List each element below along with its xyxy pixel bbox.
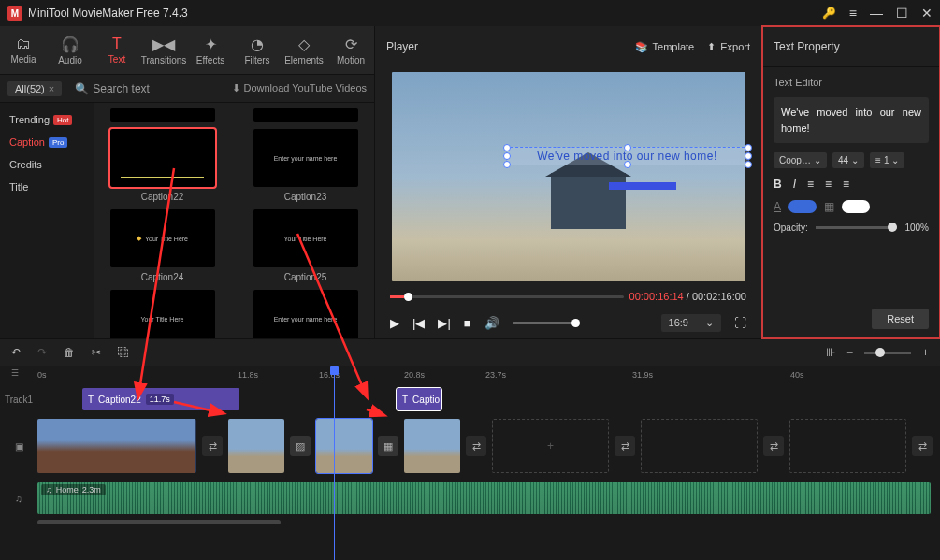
add-clip-placeholder[interactable]: + — [492, 419, 609, 473]
motion-icon: ⟳ — [345, 36, 357, 53]
key-icon[interactable]: 🔑 — [822, 7, 836, 20]
delete-button[interactable]: 🗑 — [64, 346, 75, 359]
zoom-in-button[interactable]: + — [922, 346, 929, 359]
menu-icon[interactable]: ≡ — [849, 6, 857, 21]
text-color-swatch[interactable] — [788, 200, 817, 213]
aspect-ratio-select[interactable]: 16:9⌄ — [661, 314, 721, 332]
caption-thumb-caption22[interactable] — [110, 129, 215, 187]
text-editor-input[interactable]: We've moved into our new home! — [774, 97, 929, 143]
undo-button[interactable]: ↶ — [11, 346, 21, 359]
library-count-chip[interactable]: All(52)× — [7, 81, 62, 96]
crop-button[interactable]: ⿻ — [118, 346, 129, 359]
ruler-tick: 11.8s — [238, 370, 258, 380]
sidebar-item-title[interactable]: Title — [0, 176, 94, 198]
text-property-title: Text Property — [762, 26, 940, 67]
caption-thumb-caption1[interactable]: Your Title Here — [110, 290, 215, 338]
line-height-icon: ≡ — [875, 155, 881, 165]
italic-button[interactable]: I — [793, 178, 796, 191]
opacity-slider[interactable] — [816, 226, 898, 229]
caption-thumb-caption25[interactable]: Your Title Here — [253, 209, 358, 267]
zoom-out-button[interactable]: − — [846, 346, 853, 359]
caption-thumb-caption2[interactable]: Enter your name here — [253, 290, 358, 338]
prev-frame-button[interactable]: |◀ — [412, 316, 425, 330]
play-button[interactable]: ▶ — [390, 316, 399, 330]
reset-button[interactable]: Reset — [872, 309, 929, 329]
video-clip[interactable] — [316, 419, 372, 473]
video-track-icon: ▣ — [0, 441, 37, 452]
caption-thumb-caption21[interactable] — [253, 108, 358, 122]
tab-transitions[interactable]: ▶◀Transitions — [140, 26, 187, 74]
font-size-select[interactable]: 44 ⌄ — [832, 152, 864, 168]
text-clip[interactable]: TCaptio — [397, 388, 441, 410]
opacity-value: 100% — [904, 223, 929, 233]
transition-slot[interactable]: ⇄ — [202, 436, 223, 456]
ruler-icon: ☰ — [11, 368, 19, 378]
bg-color-icon: ▦ — [824, 200, 834, 213]
tab-audio[interactable]: 🎧Audio — [47, 26, 94, 74]
video-clip[interactable] — [228, 419, 284, 473]
sidebar-item-credits[interactable]: Credits — [0, 153, 94, 176]
add-clip-placeholder[interactable] — [789, 419, 906, 473]
filters-icon: ◔ — [251, 36, 264, 53]
volume-slider[interactable] — [513, 322, 580, 324]
search-input[interactable]: 🔍 Search text — [75, 82, 232, 95]
ruler-tick: 40s — [790, 370, 804, 380]
ruler-tick: 0s — [37, 370, 47, 380]
transition-slot[interactable]: ⇄ — [615, 436, 635, 456]
align-center-button[interactable]: ≡ — [825, 178, 832, 191]
search-icon: 🔍 — [75, 82, 89, 95]
add-clip-placeholder[interactable] — [641, 419, 758, 473]
redo-button[interactable]: ↷ — [37, 346, 47, 359]
timeline-settings-icon[interactable]: ⊪ — [826, 346, 835, 359]
ruler-tick: 23.7s — [485, 370, 506, 380]
fullscreen-button[interactable]: ⛶ — [734, 316, 746, 330]
transition-slot[interactable]: ⇄ — [763, 436, 784, 456]
font-family-select[interactable]: Coop… ⌄ — [774, 152, 827, 168]
template-button[interactable]: 📚Template — [635, 41, 695, 53]
video-clip[interactable] — [37, 419, 196, 473]
chevron-down-icon: ⌄ — [705, 317, 714, 329]
media-icon: 🗂 — [16, 36, 31, 52]
split-button[interactable]: ✂ — [92, 346, 101, 359]
transition-slot[interactable]: ⇄ — [912, 436, 933, 456]
seek-slider[interactable] — [390, 295, 624, 298]
close-button[interactable]: ✕ — [921, 6, 933, 21]
align-left-button[interactable]: ≡ — [807, 178, 814, 191]
caption-thumb-caption20[interactable] — [110, 108, 215, 122]
audio-clip[interactable]: ♫ Home 2.3m — [37, 482, 931, 514]
bg-color-swatch[interactable] — [842, 200, 870, 213]
video-clip[interactable] — [404, 419, 460, 473]
text-clip[interactable]: TCaption2211.7s — [82, 388, 239, 410]
video-preview[interactable]: We've moved into our new home! — [392, 72, 745, 281]
zoom-slider[interactable] — [864, 352, 911, 354]
stop-button[interactable]: ■ — [464, 316, 471, 330]
sidebar-item-caption[interactable]: CaptionPro — [0, 131, 94, 153]
maximize-button[interactable]: ☐ — [896, 6, 908, 21]
caption-thumb-caption23[interactable]: Enter your name here — [253, 129, 358, 187]
text-overlay[interactable]: We've moved into our new home! — [506, 147, 749, 165]
tab-elements[interactable]: ◇Elements — [281, 26, 327, 74]
text-clip-icon: T — [402, 395, 408, 405]
bold-button[interactable]: B — [774, 178, 782, 191]
volume-icon[interactable]: 🔊 — [484, 316, 499, 330]
download-youtube-link[interactable]: ⬇ Download YouTube Videos — [232, 82, 367, 94]
tab-filters[interactable]: ◔Filters — [234, 26, 281, 74]
export-button[interactable]: ⬆Export — [707, 41, 750, 53]
tab-media[interactable]: 🗂Media — [0, 26, 47, 74]
sidebar-item-trending[interactable]: TrendingHot — [0, 108, 94, 131]
transition-slot[interactable]: ▨ — [290, 436, 311, 456]
minimize-button[interactable]: — — [870, 6, 883, 21]
transition-slot[interactable]: ▦ — [378, 436, 398, 456]
track1-label: Track1 — [0, 395, 37, 405]
download-icon: ⬇ — [232, 82, 240, 93]
tab-effects[interactable]: ✦Effects — [187, 26, 234, 74]
transition-slot[interactable]: ⇄ — [466, 436, 486, 456]
caption-thumb-caption24[interactable]: ◆Your Title Here — [110, 209, 215, 267]
line-height-select[interactable]: ≡ 1 ⌄ — [870, 152, 904, 168]
opacity-label: Opacity: — [774, 223, 808, 233]
tab-text[interactable]: TText — [94, 26, 140, 74]
align-right-button[interactable]: ≡ — [843, 178, 849, 191]
tab-motion[interactable]: ⟳Motion — [327, 26, 374, 74]
next-frame-button[interactable]: ▶| — [438, 316, 450, 330]
timeline-scrollbar[interactable] — [37, 520, 281, 524]
